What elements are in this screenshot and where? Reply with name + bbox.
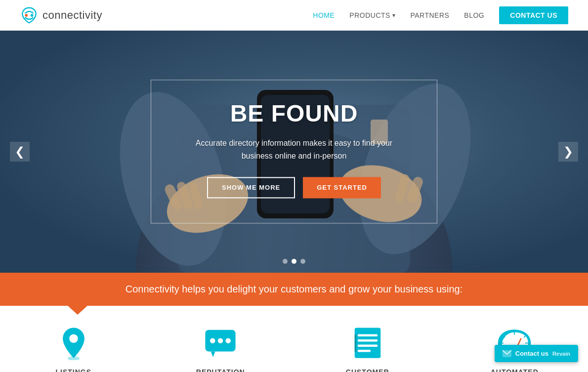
hero-next-button[interactable]: ❯ <box>558 142 578 162</box>
hero-content-box: BE FOUND Accurate directory information … <box>151 80 437 223</box>
svg-rect-29 <box>358 350 371 352</box>
svg-point-23 <box>226 338 231 343</box>
svg-point-21 <box>210 338 215 343</box>
hero-subtitle: Accurate directory information makes it … <box>191 137 397 162</box>
feature-listings: LISTINGS <box>19 326 128 372</box>
hero-dot-2[interactable] <box>292 259 296 264</box>
logo[interactable]: connectivity <box>20 6 102 25</box>
svg-rect-28 <box>358 345 378 347</box>
chevron-right-icon: ❯ <box>563 145 573 159</box>
hero-dots <box>283 259 305 264</box>
chevron-left-icon: ❮ <box>15 145 25 159</box>
nav-home[interactable]: HOME <box>313 11 335 19</box>
nav-partners[interactable]: PARTNERS <box>410 11 449 19</box>
logo-text: connectivity <box>42 9 102 22</box>
svg-rect-27 <box>358 339 378 341</box>
svg-marker-24 <box>211 352 215 357</box>
banner-text: Connectivity helps you delight your cust… <box>20 284 568 295</box>
customer-icon <box>350 326 385 362</box>
reputation-label: REPUTATION <box>196 368 245 372</box>
reputation-icon <box>203 326 238 362</box>
revain-contact-widget[interactable]: Contact us Revain <box>495 345 578 362</box>
revain-label: Contact us <box>515 350 548 357</box>
svg-rect-25 <box>355 328 381 358</box>
svg-line-34 <box>524 335 526 337</box>
listings-icon <box>56 326 91 362</box>
hero-buttons: SHOW ME MORE GET STARTED <box>191 177 397 199</box>
automated-label: AUTOMATED <box>491 368 539 372</box>
contact-us-button[interactable]: CONTACT US <box>499 6 568 24</box>
svg-point-22 <box>218 338 223 343</box>
hero-dot-3[interactable] <box>300 259 305 264</box>
get-started-button[interactable]: GET STARTED <box>303 177 381 199</box>
svg-rect-26 <box>358 334 378 336</box>
svg-rect-30 <box>355 334 357 352</box>
svg-point-19 <box>68 356 80 360</box>
svg-point-1 <box>31 14 34 17</box>
orange-banner: Connectivity helps you delight your cust… <box>0 273 588 306</box>
feature-customer: CUSTOMER <box>313 326 422 372</box>
feature-reputation: REPUTATION <box>166 326 275 372</box>
banner-arrow <box>67 305 88 315</box>
hero-prev-button[interactable]: ❮ <box>10 142 30 162</box>
hero-title: BE FOUND <box>191 100 397 127</box>
email-icon <box>503 350 511 357</box>
main-nav: HOME PRODUCTS PARTNERS BLOG CONTACT US <box>313 6 568 24</box>
logo-icon <box>20 6 39 25</box>
listings-label: LISTINGS <box>55 368 91 372</box>
hero-dot-1[interactable] <box>283 259 288 264</box>
customer-label: CUSTOMER <box>346 368 389 372</box>
nav-products[interactable]: PRODUCTS <box>349 11 395 19</box>
nav-blog[interactable]: BLOG <box>464 11 484 19</box>
revain-sub: Revain <box>552 351 570 357</box>
svg-point-0 <box>25 14 28 17</box>
site-header: connectivity HOME PRODUCTS PARTNERS BLOG… <box>0 0 588 31</box>
svg-point-18 <box>69 334 78 343</box>
hero-section: ❮ BE FOUND Accurate directory informatio… <box>0 31 588 273</box>
show-me-more-button[interactable]: SHOW ME MORE <box>207 177 295 199</box>
